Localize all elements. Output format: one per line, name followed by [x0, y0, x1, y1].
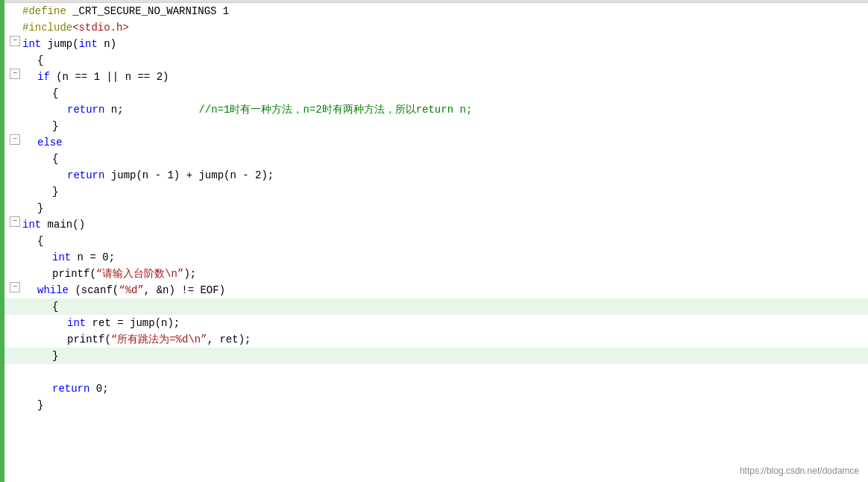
fold-column[interactable]: − [7, 134, 22, 145]
code-line [4, 364, 868, 381]
line-content: { [52, 298, 868, 315]
fold-column[interactable]: − [7, 282, 22, 292]
code-line: return n; //n=1时有一种方法，n=2时有两种方法，所以return… [4, 101, 868, 118]
line-content: #include<stdio.h> [22, 19, 868, 36]
code-token: “所有跳法为=%d\n” [111, 331, 207, 348]
line-content: printf(“所有跳法为=%d\n”, ret); [67, 331, 868, 348]
code-line: printf(“请输入台阶数\n”); [4, 266, 868, 282]
code-token: //n=1时有一种方法，n=2时有两种方法，所以return n; [124, 101, 473, 118]
line-content: int jump(int n) [22, 36, 868, 52]
code-token: || [100, 69, 125, 85]
code-token: 0 [102, 249, 108, 266]
line-content: while (scanf(“%d”, &n) != EOF) [37, 282, 868, 298]
code-token: ) + jump(n - [174, 167, 255, 184]
code-token: int [22, 216, 41, 233]
code-token: 1 [167, 167, 173, 184]
code-token: 1 [216, 3, 229, 19]
code-token: int [52, 249, 71, 266]
code-line: #include<stdio.h> [4, 19, 868, 36]
code-area: #define _CRT_SECURE_NO_WARNINGS 1#includ… [4, 0, 868, 482]
code-line: −else [4, 134, 868, 151]
code-token: n; [104, 101, 123, 118]
code-line: { [4, 233, 868, 249]
watermark: https://blog.csdn.net/dodamce [740, 466, 859, 476]
code-token: ); [183, 266, 196, 282]
line-content: #define _CRT_SECURE_NO_WARNINGS 1 [22, 3, 868, 19]
code-token: return [67, 101, 104, 118]
code-token: printf( [67, 331, 111, 348]
code-token: (n == [50, 69, 94, 85]
code-token: { [37, 52, 43, 69]
fold-button[interactable]: − [10, 69, 20, 79]
fold-column[interactable]: − [7, 216, 22, 227]
code-token: { [52, 85, 58, 101]
line-content: return n; //n=1时有一种方法，n=2时有两种方法，所以return… [67, 101, 868, 118]
fold-button[interactable]: − [10, 216, 20, 227]
code-token: “%d” [119, 282, 144, 298]
line-content: { [52, 85, 868, 101]
code-line: { [4, 298, 868, 315]
code-token: (scanf( [69, 282, 119, 298]
code-token: } [37, 397, 43, 413]
code-token: #include [22, 19, 72, 36]
code-token: ret = jump(n); [86, 315, 180, 331]
code-token: “请输入台阶数\n” [96, 266, 184, 282]
code-token: 2 [157, 69, 163, 85]
code-line: { [4, 52, 868, 69]
code-token: 1 [94, 69, 100, 85]
code-token: , &n) != EOF) [144, 282, 225, 298]
code-token: ; [109, 249, 115, 266]
line-content: return jump(n - 1) + jump(n - 2); [67, 167, 868, 184]
fold-column[interactable]: − [7, 69, 22, 79]
code-token: 0; [89, 381, 108, 397]
code-token: } [52, 184, 58, 200]
code-token: main() [41, 216, 85, 233]
line-content: return 0; [52, 381, 868, 397]
code-line: } [4, 348, 868, 364]
code-token: n = [71, 249, 102, 266]
fold-column[interactable]: − [7, 36, 22, 46]
code-token: , ret); [207, 331, 251, 348]
code-line: return jump(n - 1) + jump(n - 2); [4, 167, 868, 184]
code-line: } [4, 118, 868, 134]
line-content: int n = 0; [52, 249, 868, 266]
code-token: } [37, 200, 43, 216]
line-content: int ret = jump(n); [67, 315, 868, 331]
fold-button[interactable]: − [10, 134, 20, 145]
code-line: int n = 0; [4, 249, 868, 266]
code-token: { [52, 298, 58, 315]
line-content: { [52, 151, 868, 167]
fold-button[interactable]: − [10, 282, 20, 292]
code-token: else [37, 134, 63, 151]
editor-container: #define _CRT_SECURE_NO_WARNINGS 1#includ… [0, 0, 868, 482]
code-line: #define _CRT_SECURE_NO_WARNINGS 1 [4, 3, 868, 19]
code-line: −while (scanf(“%d”, &n) != EOF) [4, 282, 868, 298]
line-content: } [37, 200, 868, 216]
code-line: −int jump(int n) [4, 36, 868, 52]
code-token: return [67, 167, 104, 184]
line-content: { [37, 233, 868, 249]
code-token: int [22, 36, 41, 52]
code-line: return 0; [4, 381, 868, 397]
line-content: if (n == 1 || n == 2) [37, 69, 868, 85]
code-token: ) [163, 69, 169, 85]
line-content: } [37, 397, 868, 413]
fold-button[interactable]: − [10, 36, 20, 46]
code-line: −if (n == 1 || n == 2) [4, 69, 868, 85]
line-content: { [37, 52, 868, 69]
code-line: } [4, 200, 868, 216]
code-token: { [37, 233, 43, 249]
code-line: −int main() [4, 216, 868, 233]
code-token: printf( [52, 266, 96, 282]
code-line: } [4, 184, 868, 200]
code-token: while [37, 282, 69, 298]
code-token: ); [261, 167, 274, 184]
code-token: return [52, 381, 89, 397]
code-token: n) [98, 36, 116, 52]
code-line: { [4, 151, 868, 167]
code-token: 2 [255, 167, 261, 184]
code-token: int [79, 36, 98, 52]
code-token: #define [22, 3, 72, 19]
line-content: printf(“请输入台阶数\n”); [52, 266, 868, 282]
code-token: <stdio.h> [72, 19, 129, 36]
